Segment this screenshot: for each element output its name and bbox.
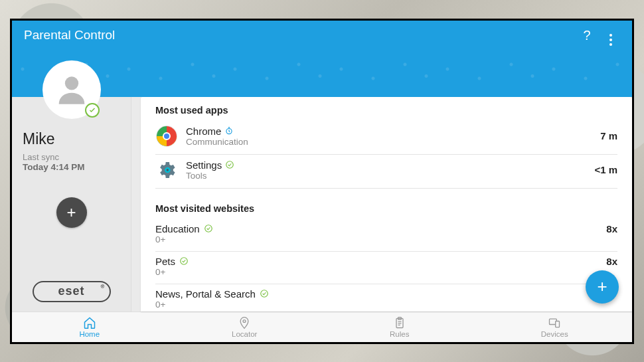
nav-rules[interactable]: Rules	[322, 316, 477, 338]
nav-devices-label: Devices	[541, 330, 568, 338]
nav-devices[interactable]: Devices	[477, 316, 633, 338]
website-count: 8x	[606, 256, 617, 267]
status-check-icon	[85, 103, 100, 118]
svg-rect-12	[556, 321, 560, 327]
help-icon: ?	[583, 28, 590, 43]
home-icon	[83, 316, 96, 329]
svg-point-6	[181, 258, 188, 265]
website-row[interactable]: Pets 8x 0+	[155, 252, 617, 284]
plus-icon: +	[597, 276, 607, 297]
svg-point-5	[204, 225, 212, 232]
eset-logo: eset®	[33, 281, 111, 302]
website-count: 8x	[606, 223, 617, 234]
app-window: Parental Control ? Mike	[10, 19, 634, 344]
chrome-icon	[155, 125, 178, 147]
app-category-label: Tools	[186, 171, 594, 181]
wallpaper: Parental Control ? Mike	[0, 0, 644, 362]
nav-home[interactable]: Home	[12, 316, 167, 338]
timed-badge-icon	[224, 126, 234, 136]
child-avatar[interactable]	[42, 60, 101, 119]
website-age-label: 0+	[155, 234, 617, 244]
app-name-label: Chrome	[186, 126, 221, 137]
sidebar: Mike Last sync Today 4:14 PM + eset®	[12, 97, 131, 312]
overflow-menu-button[interactable]	[599, 25, 623, 46]
help-button[interactable]: ?	[575, 28, 599, 43]
website-row[interactable]: Education 8x 0+	[155, 219, 617, 252]
main-content: Most used apps Chrome	[131, 97, 632, 312]
allowed-badge-icon	[225, 160, 234, 169]
plus-icon: +	[66, 203, 76, 222]
person-icon	[52, 70, 91, 109]
svg-point-8	[243, 319, 246, 322]
app-row[interactable]: Settings Tools <1 m	[155, 155, 617, 189]
clipboard-icon	[393, 316, 406, 329]
add-child-button[interactable]: +	[56, 197, 87, 228]
last-sync-label: Last sync	[23, 152, 120, 162]
app-topbar: Parental Control ?	[12, 21, 632, 50]
settings-app-icon	[155, 159, 178, 181]
website-age-label: 0+	[155, 300, 617, 310]
app-time-value: 7 m	[600, 130, 617, 141]
content-card: Most used apps Chrome	[141, 97, 632, 312]
svg-point-3	[167, 169, 169, 171]
website-name-label: Pets	[155, 256, 175, 267]
app-title: Parental Control	[24, 28, 115, 43]
last-sync-value: Today 4:14 PM	[23, 162, 120, 172]
bottom-nav: Home Locator Rules Devices	[12, 312, 632, 342]
website-age-label: 0+	[155, 267, 617, 277]
website-row[interactable]: News, Portal & Search 0+	[155, 284, 617, 312]
website-name-label: Education	[155, 223, 200, 234]
app-row[interactable]: Chrome Communication 7 m	[155, 121, 617, 155]
svg-point-0	[64, 76, 78, 90]
website-name-label: News, Portal & Search	[155, 288, 256, 300]
hero-banner	[12, 50, 632, 97]
overflow-icon	[609, 33, 612, 46]
svg-point-7	[261, 290, 268, 298]
most-visited-websites-title: Most visited websites	[155, 203, 617, 214]
app-time-value: <1 m	[594, 164, 617, 175]
nav-locator[interactable]: Locator	[167, 316, 323, 338]
pin-icon	[238, 316, 251, 329]
child-name: Mike	[23, 130, 120, 148]
app-name-label: Settings	[186, 159, 222, 171]
most-used-apps-title: Most used apps	[155, 105, 617, 116]
app-category-label: Communication	[186, 137, 600, 147]
nav-locator-label: Locator	[232, 330, 257, 338]
allowed-badge-icon	[179, 256, 189, 266]
svg-point-4	[226, 161, 234, 169]
nav-rules-label: Rules	[390, 330, 409, 338]
devices-icon	[548, 316, 561, 329]
nav-home-label: Home	[79, 330, 100, 338]
allowed-badge-icon	[260, 289, 269, 298]
fab-add-button[interactable]: +	[586, 270, 619, 304]
allowed-badge-icon	[204, 224, 213, 233]
